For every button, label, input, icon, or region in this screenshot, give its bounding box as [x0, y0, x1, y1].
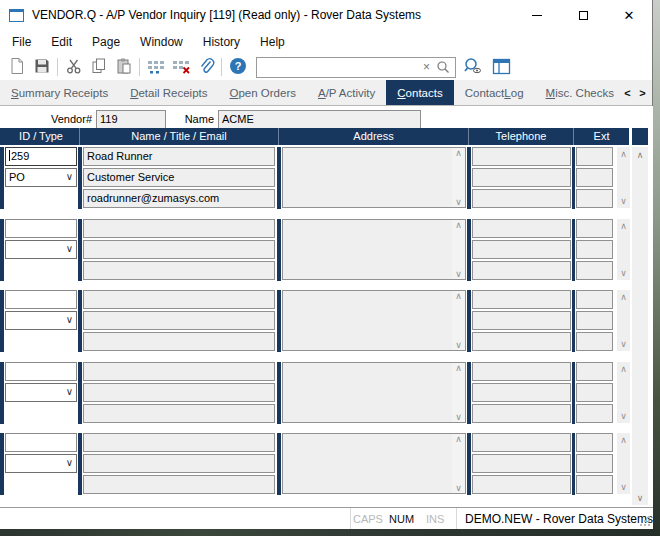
tab-misc-checks[interactable]: Misc. Checks	[535, 80, 624, 105]
address-scrollbar[interactable]: ∧∨	[452, 148, 465, 207]
contact-phone-field-3[interactable]	[472, 475, 571, 494]
address-scrollbar[interactable]: ∧∨	[452, 363, 465, 422]
contact-phone-field-2[interactable]	[472, 454, 571, 473]
contact-ext-field-2[interactable]	[576, 383, 613, 402]
contact-ext-field-1[interactable]	[576, 147, 613, 166]
contact-ext-field-3[interactable]	[576, 261, 613, 280]
contact-email-field[interactable]	[83, 404, 275, 423]
tab-open-orders[interactable]: Open Orders	[219, 80, 307, 105]
contact-address-field[interactable]: ∧∨	[282, 219, 466, 280]
contact-phone-field-2[interactable]	[472, 240, 571, 259]
contact-ext-field-1[interactable]	[576, 290, 613, 309]
contact-ext-field-3[interactable]	[576, 475, 613, 494]
contact-name-field[interactable]	[83, 433, 275, 452]
scroll-up-icon[interactable]: ∧	[455, 220, 462, 230]
contact-name-field[interactable]: Road Runner	[83, 147, 275, 166]
scroll-up-icon[interactable]: ∧	[455, 291, 462, 301]
vertical-scrollbar[interactable]: ∧ ∨	[632, 147, 648, 505]
scroll-down-icon[interactable]: ∨	[620, 339, 627, 349]
contact-id-field[interactable]	[5, 290, 77, 309]
close-button[interactable]: ✕	[606, 0, 652, 30]
scroll-up-icon[interactable]: ∧	[620, 364, 627, 374]
contact-type-dropdown[interactable]: PO∨	[5, 168, 77, 187]
scroll-up-icon[interactable]: ∧	[620, 149, 627, 159]
delete-rows-button[interactable]	[168, 55, 193, 79]
contact-id-field[interactable]	[5, 362, 77, 381]
copy-button[interactable]	[86, 55, 111, 79]
contact-phone-field-3[interactable]	[472, 404, 571, 423]
insert-rows-button[interactable]	[143, 55, 168, 79]
contact-type-dropdown[interactable]: ∨	[5, 311, 77, 330]
phone-list-scrollbar[interactable]: ∧∨	[617, 433, 630, 494]
find-preview-button[interactable]	[460, 55, 485, 79]
maximize-button[interactable]	[560, 0, 606, 30]
contact-ext-field-2[interactable]	[576, 240, 613, 259]
scroll-up-icon[interactable]: ∧	[620, 435, 627, 445]
contact-phone-field-1[interactable]	[472, 433, 571, 452]
contact-title-field[interactable]	[83, 454, 275, 473]
contact-title-field[interactable]	[83, 311, 275, 330]
contact-type-dropdown[interactable]: ∨	[5, 240, 77, 259]
scroll-down-icon[interactable]: ∨	[632, 490, 648, 505]
toolbar-search-box[interactable]: ×	[256, 57, 456, 78]
cut-button[interactable]	[61, 55, 86, 79]
contact-email-field[interactable]	[83, 332, 275, 351]
menu-item-page[interactable]: Page	[82, 31, 130, 53]
tabs-scroll-right-button[interactable]: >	[635, 83, 650, 103]
vendor-name-field[interactable]: ACME	[218, 110, 421, 129]
tab-contact-log[interactable]: Contact Log	[454, 80, 535, 105]
new-document-button[interactable]	[4, 55, 29, 79]
scroll-down-icon[interactable]: ∨	[455, 483, 462, 493]
contact-type-dropdown[interactable]: ∨	[5, 454, 77, 473]
search-input[interactable]	[257, 59, 418, 76]
contact-title-field[interactable]	[83, 240, 275, 259]
address-scrollbar[interactable]: ∧∨	[452, 434, 465, 493]
scroll-up-icon[interactable]: ∧	[455, 363, 462, 373]
help-button[interactable]: ?	[225, 55, 250, 79]
contact-phone-field-2[interactable]	[472, 168, 571, 187]
scroll-up-icon[interactable]: ∧	[455, 148, 462, 158]
phone-list-scrollbar[interactable]: ∧∨	[617, 219, 630, 280]
contact-id-field[interactable]	[5, 433, 77, 452]
tabs-scroll-left-button[interactable]: <	[620, 83, 635, 103]
contact-email-field[interactable]	[83, 475, 275, 494]
contact-type-dropdown[interactable]: ∨	[5, 383, 77, 402]
scroll-down-icon[interactable]: ∨	[620, 482, 627, 492]
scroll-down-icon[interactable]: ∨	[455, 412, 462, 422]
contact-address-field[interactable]: ∧∨	[282, 147, 466, 208]
contact-phone-field-3[interactable]	[472, 261, 571, 280]
resize-grip-icon[interactable]	[639, 515, 651, 527]
contact-phone-field-1[interactable]	[472, 290, 571, 309]
contact-ext-field-1[interactable]	[576, 362, 613, 381]
menu-item-window[interactable]: Window	[130, 31, 193, 53]
contact-address-field[interactable]: ∧∨	[282, 362, 466, 423]
scroll-down-icon[interactable]: ∨	[455, 269, 462, 279]
paste-button[interactable]	[111, 55, 136, 79]
contact-name-field[interactable]	[83, 290, 275, 309]
phone-list-scrollbar[interactable]: ∧∨	[617, 147, 630, 208]
scroll-up-icon[interactable]: ∧	[632, 147, 648, 162]
menu-item-history[interactable]: History	[193, 31, 250, 53]
contact-ext-field-3[interactable]	[576, 189, 613, 208]
contact-address-field[interactable]: ∧∨	[282, 433, 466, 494]
address-scrollbar[interactable]: ∧∨	[452, 220, 465, 279]
contact-email-field[interactable]	[83, 261, 275, 280]
contact-name-field[interactable]	[83, 362, 275, 381]
contact-address-field[interactable]: ∧∨	[282, 290, 466, 351]
contact-ext-field-3[interactable]	[576, 332, 613, 351]
contact-id-field[interactable]	[5, 219, 77, 238]
contact-phone-field-3[interactable]	[472, 332, 571, 351]
tab-contacts[interactable]: Contacts	[386, 80, 453, 105]
contact-phone-field-1[interactable]	[472, 362, 571, 381]
contact-ext-field-2[interactable]	[576, 168, 613, 187]
contact-phone-field-2[interactable]	[472, 311, 571, 330]
save-button[interactable]	[29, 55, 54, 79]
scroll-up-icon[interactable]: ∧	[620, 221, 627, 231]
contact-title-field[interactable]	[83, 383, 275, 402]
attachment-button[interactable]	[193, 55, 218, 79]
contact-ext-field-2[interactable]	[576, 454, 613, 473]
search-icon[interactable]	[435, 60, 455, 74]
vendor-number-field[interactable]: 119	[96, 110, 166, 129]
menu-item-help[interactable]: Help	[250, 31, 295, 53]
tab-summary-receipts[interactable]: Summary Receipts	[0, 80, 119, 105]
